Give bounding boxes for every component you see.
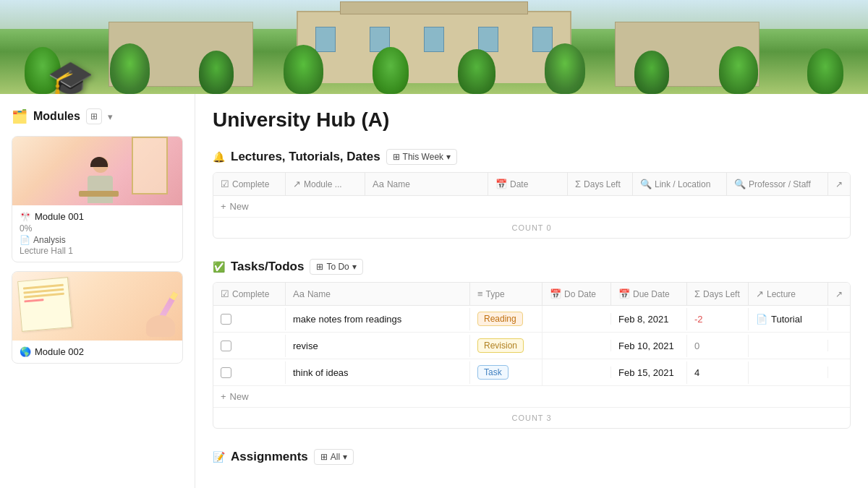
lectures-col-profstaff: 🔍 Professor / Staff bbox=[727, 173, 828, 195]
task-0-complete bbox=[213, 308, 286, 330]
assignments-filter-icon: ⊞ bbox=[320, 452, 328, 462]
plus-icon: + bbox=[221, 201, 226, 212]
task-1-complete bbox=[213, 335, 286, 357]
tasks-col-lecture: ↗ Lecture bbox=[749, 283, 828, 305]
calendar-icon: 📅 bbox=[495, 179, 507, 189]
module-002-thumbnail bbox=[12, 272, 182, 341]
tasks-col-type: ≡ Type bbox=[470, 283, 542, 305]
task-row-1: revise Revision Feb 10, 2021 0 bbox=[213, 333, 850, 359]
page-title: University Hub (A) bbox=[213, 108, 851, 132]
module-002-name: 🌎 Module 002 bbox=[20, 346, 175, 357]
tasks-table: ☑ Complete Aa Name ≡ Type 📅 Do Date bbox=[213, 282, 851, 429]
task-2-complete bbox=[213, 361, 286, 384]
tasks-col-complete: ☑ Complete bbox=[213, 283, 286, 305]
task-2-checkbox[interactable] bbox=[221, 367, 231, 378]
tasks-check-icon: ✅ bbox=[213, 261, 225, 273]
module-001-location: Lecture Hall 1 bbox=[20, 246, 175, 256]
assignments-section: 📝 Assignments ⊞ All ▾ bbox=[213, 449, 851, 465]
task-2-duedate: Feb 15, 2021 bbox=[611, 361, 687, 384]
module-002-globe-icon: 🌎 bbox=[20, 346, 31, 357]
calendar-do-icon: 📅 bbox=[550, 288, 561, 299]
tasks-col-extra: ↗ bbox=[828, 283, 850, 305]
modules-icon: 🗂️ bbox=[12, 108, 27, 124]
lectures-col-date: 📅 Date bbox=[488, 173, 568, 195]
lectures-new-row[interactable]: + New bbox=[213, 196, 850, 217]
task-0-type: Reading bbox=[470, 306, 542, 332]
sidebar-view-toggle[interactable]: ⊞ bbox=[86, 108, 102, 124]
task-row-0: make notes from readings Reading Feb 8, … bbox=[213, 306, 850, 333]
task-0-dodate bbox=[542, 313, 611, 325]
task-0-duedate: Feb 8, 2021 bbox=[611, 308, 687, 330]
grid-icon: ⊞ bbox=[90, 111, 98, 121]
module-001-doc-icon: 📄 bbox=[20, 235, 30, 245]
lectures-bell-icon: 🔔 bbox=[213, 151, 225, 163]
tasks-count: COUNT 3 bbox=[213, 407, 850, 428]
check-box-icon: ☑ bbox=[221, 288, 229, 299]
task-2-daysleft: 4 bbox=[687, 361, 749, 384]
tasks-section-title: Tasks/Todos bbox=[231, 260, 304, 274]
module-001-info: 🎌 Module 001 0% 📄 Analysis Lecture Hall … bbox=[12, 205, 182, 262]
task-0-checkbox[interactable] bbox=[221, 314, 231, 325]
text-aa-icon: Aa bbox=[293, 288, 305, 299]
lectures-col-daysleft: Σ Days Left bbox=[568, 173, 633, 195]
search-icon: 🔍 bbox=[640, 179, 652, 189]
lectures-col-name: Aa Name bbox=[365, 173, 488, 195]
task-2-name: think of ideas bbox=[286, 361, 470, 384]
task-1-checkbox[interactable] bbox=[221, 341, 231, 351]
person-icon: 🔍 bbox=[734, 179, 746, 189]
module-001-thumbnail bbox=[12, 137, 182, 205]
lectures-table: ☑ Complete ↗ Module ... Aa Name 📅 Date bbox=[213, 172, 851, 239]
tasks-filter-chevron: ▾ bbox=[352, 262, 357, 272]
sidebar-chevron[interactable]: ▾ bbox=[108, 111, 113, 122]
lectures-col-complete: ☑ Complete bbox=[213, 173, 286, 195]
lectures-section: 🔔 Lectures, Tutorials, Dates ⊞ This Week… bbox=[213, 149, 851, 239]
lectures-count: COUNT 0 bbox=[213, 217, 850, 238]
tasks-col-name: Aa Name bbox=[286, 283, 470, 305]
module-001-flag-icon: 🎌 bbox=[20, 211, 31, 222]
tasks-section: ✅ Tasks/Todos ⊞ To Do ▾ ☑ Complete Aa N bbox=[213, 259, 851, 429]
tasks-filter-label: To Do bbox=[326, 262, 349, 272]
sidebar-header: 🗂️ Modules ⊞ ▾ bbox=[12, 108, 183, 124]
module-002-info: 🌎 Module 002 bbox=[12, 341, 182, 363]
main-content: University Hub (A) 🔔 Lectures, Tutorials… bbox=[195, 94, 868, 488]
tasks-section-header: ✅ Tasks/Todos ⊞ To Do ▾ bbox=[213, 259, 851, 275]
assignments-filter-btn[interactable]: ⊞ All ▾ bbox=[314, 449, 354, 465]
task-1-extra bbox=[828, 340, 850, 351]
lectures-filter-btn[interactable]: ⊞ This Week ▾ bbox=[386, 149, 457, 165]
task-0-type-badge: Reading bbox=[477, 312, 523, 326]
module-card-001[interactable]: 🎌 Module 001 0% 📄 Analysis Lecture Hall … bbox=[12, 136, 183, 262]
task-2-type: Task bbox=[470, 359, 542, 385]
assignments-section-header: 📝 Assignments ⊞ All ▾ bbox=[213, 449, 851, 465]
lectures-col-module: ↗ Module ... bbox=[286, 173, 365, 195]
header-banner: 🎓 bbox=[0, 0, 868, 94]
lectures-filter-icon: ⊞ bbox=[393, 152, 400, 162]
lectures-filter-chevron: ▾ bbox=[446, 152, 451, 162]
lectures-table-header: ☑ Complete ↗ Module ... Aa Name 📅 Date bbox=[213, 173, 850, 196]
task-0-daysleft: -2 bbox=[687, 308, 749, 330]
task-1-dodate bbox=[542, 340, 611, 351]
task-row-2: think of ideas Task Feb 15, 2021 4 bbox=[213, 359, 850, 386]
tasks-plus-icon: + bbox=[221, 391, 226, 402]
assignments-pencil-icon: 📝 bbox=[213, 451, 225, 463]
sidebar-title: Modules bbox=[33, 110, 80, 123]
lectures-col-extra: ↗ bbox=[828, 173, 850, 195]
tasks-new-row[interactable]: + New bbox=[213, 386, 850, 407]
graduation-cap-icon: 🎓 bbox=[47, 58, 94, 94]
assignments-section-title: Assignments bbox=[231, 450, 308, 464]
module-card-002[interactable]: 🌎 Module 002 bbox=[12, 271, 183, 364]
lectures-section-title: Lectures, Tutorials, Dates bbox=[231, 150, 380, 164]
task-2-extra bbox=[828, 367, 850, 378]
list-icon: ≡ bbox=[477, 288, 483, 299]
module-001-sub: 📄 Analysis bbox=[20, 235, 175, 245]
task-1-duedate: Feb 10, 2021 bbox=[611, 335, 687, 357]
tasks-filter-btn[interactable]: ⊞ To Do ▾ bbox=[310, 259, 362, 275]
arrow-extra-icon: ↗ bbox=[835, 289, 843, 299]
check-icon: ☑ bbox=[221, 179, 229, 189]
tasks-col-dodate: 📅 Do Date bbox=[542, 283, 611, 305]
task-0-lecture-doc-icon: 📄 bbox=[756, 314, 767, 325]
task-0-lecture: 📄 Tutorial bbox=[749, 308, 828, 330]
task-2-lecture bbox=[749, 367, 828, 378]
lectures-filter-label: This Week bbox=[403, 152, 443, 162]
lectures-section-header: 🔔 Lectures, Tutorials, Dates ⊞ This Week… bbox=[213, 149, 851, 165]
task-2-type-badge: Task bbox=[477, 365, 509, 380]
